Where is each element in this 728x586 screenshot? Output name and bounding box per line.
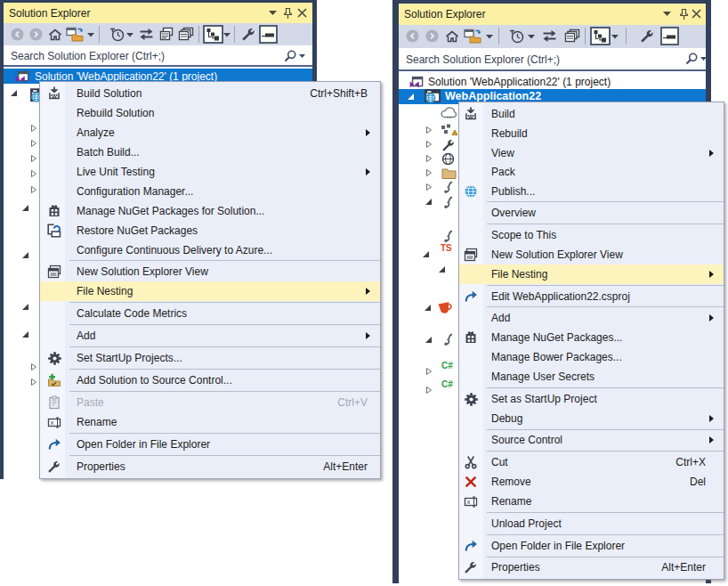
svg-text:x: x [50, 419, 53, 427]
svg-text:x: x [466, 498, 470, 506]
